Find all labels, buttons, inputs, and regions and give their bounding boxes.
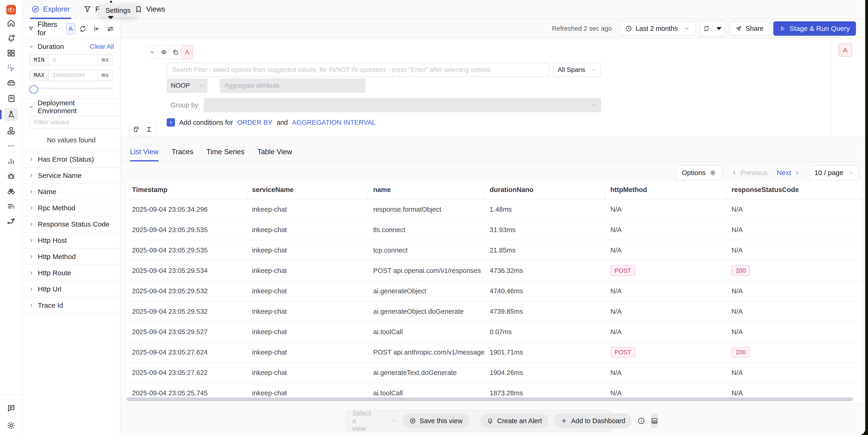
tooltip-arrow (108, 16, 114, 22)
sidebar-item-messaging-queues[interactable] (4, 216, 18, 227)
table-row[interactable]: 2025-09-04 23:05:29.527 inkeep-chat ai.t… (126, 322, 862, 342)
time-range-select[interactable]: Last 2 months (620, 21, 696, 36)
filter-section-has-error-status-[interactable]: Has Error (Status) (23, 152, 120, 168)
group-by-select[interactable] (204, 98, 601, 112)
deployment-env-header[interactable]: Deployment Environment (23, 99, 120, 114)
save-view-button[interactable]: Save this view (403, 413, 469, 428)
sidebar-item-traces[interactable] (4, 108, 18, 121)
span-scope-select[interactable]: All Spans (553, 63, 601, 77)
table-row[interactable]: 2025-09-04 23:05:29.534 inkeep-chat POST… (126, 261, 862, 281)
col-response-status[interactable]: responseStatusCode (726, 186, 862, 194)
page-size-select[interactable]: 10 / page (809, 165, 859, 180)
filter-section-response-status-code[interactable]: Response Status Code (23, 216, 120, 233)
options-button[interactable]: Options (676, 165, 722, 180)
sync-icon[interactable] (79, 25, 87, 33)
filter-section-rpc-method[interactable]: Rpc Method (23, 200, 120, 216)
cell-name: ai.toolCall (368, 389, 484, 397)
search-filter-input[interactable] (167, 63, 549, 77)
export-image-button[interactable] (651, 413, 658, 428)
col-name[interactable]: name (368, 186, 484, 194)
filter-values-input[interactable] (29, 116, 120, 129)
refresh-button[interactable] (701, 21, 713, 36)
share-button[interactable]: Share (730, 21, 769, 36)
collapse-panel-icon[interactable] (93, 25, 100, 33)
create-alert-button[interactable]: Create an Alert (480, 413, 549, 428)
sidebar-item-settings-gear[interactable] (4, 420, 18, 431)
duration-min-input[interactable] (49, 55, 97, 65)
sidebar-item-metrics-chart[interactable] (4, 156, 18, 166)
sidebar-item-alerts-bell[interactable] (4, 33, 18, 43)
collapse-query-button[interactable] (146, 45, 158, 59)
clear-all-link[interactable]: Clear All (90, 43, 114, 50)
query-source-button[interactable] (129, 123, 143, 136)
view-tab-list-view[interactable]: List View (130, 142, 159, 161)
sidebar-item-logs-pipelines[interactable] (4, 201, 18, 211)
view-tab-traces[interactable]: Traces (172, 142, 193, 161)
refresh-menu-button[interactable] (713, 21, 725, 36)
sidebar-item-services[interactable] (4, 126, 18, 136)
cell-duration: 4740.46ms (484, 287, 605, 295)
filters-query-chip[interactable]: A (66, 23, 75, 35)
aggregate-attribute-input[interactable]: Aggregate attribute (220, 78, 366, 93)
sidebar-item-infrastructure[interactable] (4, 78, 18, 89)
select-view-dropdown[interactable]: Select a view (352, 409, 397, 432)
toggle-visibility-button[interactable] (158, 45, 170, 59)
clone-query-button[interactable] (170, 45, 182, 59)
duration-slider[interactable] (29, 85, 113, 92)
filter-section-http-route[interactable]: Http Route (23, 265, 120, 281)
sidebar-item-exceptions-bug[interactable] (4, 171, 18, 181)
add-to-dashboard-button[interactable]: Add to Dashboard (554, 413, 632, 428)
filter-section-http-host[interactable]: Http Host (23, 233, 120, 249)
tab-views[interactable]: Views (134, 0, 165, 19)
filter-section-label: Http Route (38, 269, 71, 277)
info-button[interactable] (637, 416, 645, 426)
table-row[interactable]: 2025-09-04 23:05:27.624 inkeep-chat POST… (126, 342, 862, 363)
order-by-link[interactable]: ORDER BY (237, 119, 272, 126)
table-row[interactable]: 2025-09-04 23:05:29.532 inkeep-chat ai.g… (126, 301, 862, 322)
table-row[interactable]: 2025-09-04 23:05:29.535 inkeep-chat tcp.… (126, 240, 862, 261)
formula-button[interactable]: Σ (143, 123, 156, 136)
query-label-chip[interactable]: A (182, 45, 193, 59)
aggregation-interval-link[interactable]: AGGREGATION INTERVAL (292, 119, 376, 126)
filter-section-service-name[interactable]: Service Name (23, 168, 120, 184)
filter-section-trace-id[interactable]: Trace Id (23, 298, 120, 314)
slider-handle[interactable] (29, 85, 38, 94)
stage-run-query-button[interactable]: Stage & Run Query (773, 21, 856, 36)
filter-section-name[interactable]: Name (23, 184, 120, 200)
duration-max-input[interactable] (49, 70, 97, 81)
table-row[interactable]: 2025-09-04 23:05:29.532 inkeep-chat ai.g… (126, 281, 862, 301)
sidebar-item-support-chat[interactable] (4, 403, 18, 414)
duration-section-header[interactable]: Duration Clear All (23, 39, 120, 54)
cell-http-method: N/A (605, 328, 726, 336)
previous-page-button[interactable]: Previous (732, 169, 768, 177)
table-row[interactable]: 2025-09-04 23:05:27.622 inkeep-chat ai.g… (126, 363, 862, 383)
next-page-button[interactable]: Next (777, 169, 800, 177)
sidebar-item-more-dots[interactable] (4, 140, 18, 151)
metrics-chart-icon (6, 156, 16, 166)
view-tab-table-view[interactable]: Table View (257, 142, 292, 161)
table-row[interactable]: 2025-09-04 23:05:29.535 inkeep-chat tls.… (126, 220, 862, 240)
sidebar-item-logs[interactable] (4, 93, 18, 104)
copy-icon (172, 49, 179, 56)
sidebar-item-home[interactable] (4, 18, 18, 28)
tab-explorer[interactable]: Explorer (31, 0, 70, 19)
filter-section-http-url[interactable]: Http Url (23, 281, 120, 298)
sidebar-item-service-map-binoculars[interactable] (4, 186, 18, 196)
view-tab-time-series[interactable]: Time Series (206, 142, 244, 161)
filters-header: Filters for A (23, 19, 120, 39)
col-http-method[interactable]: httpMethod (605, 186, 726, 194)
sidebar-item-dashboards-grid[interactable] (4, 48, 18, 59)
query-a-chip[interactable]: A (838, 43, 852, 57)
table-row[interactable]: 2025-09-04 23:05:34.296 inkeep-chat resp… (126, 199, 862, 220)
add-condition-button[interactable] (167, 118, 175, 127)
horizontal-scrollbar[interactable] (126, 397, 853, 401)
filter-section-http-method[interactable]: Http Method (23, 249, 120, 265)
results-area: List ViewTracesTime SeriesTable View Opt… (120, 137, 865, 435)
aggregate-op-select[interactable]: NOOP (167, 78, 208, 93)
filter-settings-icon[interactable] (107, 25, 115, 33)
col-service-name[interactable]: serviceName (246, 186, 368, 194)
signoz-logo[interactable] (6, 5, 16, 14)
sidebar-item-get-started-cursor[interactable] (4, 63, 18, 73)
col-timestamp[interactable]: Timestamp (126, 186, 246, 194)
col-duration[interactable]: durationNano (484, 186, 605, 194)
